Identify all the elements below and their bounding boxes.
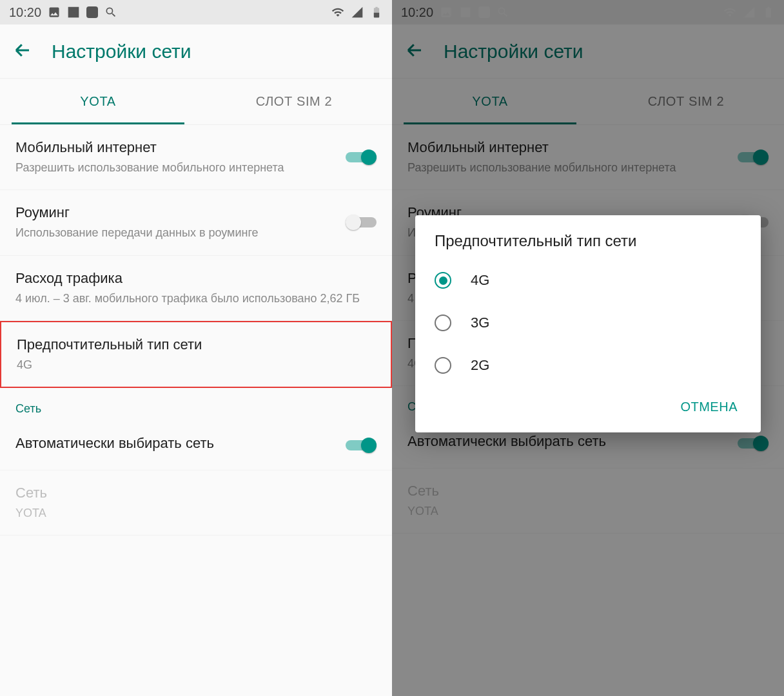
image-icon [48, 6, 61, 19]
tab-sim2[interactable]: СЛОТ SIM 2 [588, 79, 784, 124]
square-icon [478, 6, 490, 18]
sim-tabs: YOTA СЛОТ SIM 2 [392, 79, 784, 125]
status-bar: 10:20 [392, 0, 784, 24]
cancel-button[interactable]: ОТМЕНА [671, 393, 747, 421]
switch-auto-network[interactable] [738, 434, 769, 452]
signal-icon [743, 6, 756, 19]
item-mobile-data[interactable]: Мобильный интернет Разрешить использован… [0, 125, 392, 190]
page-title: Настройки сети [52, 41, 191, 63]
battery-icon [370, 6, 383, 19]
item-network-manual: Сеть YOTA [0, 470, 392, 536]
section-network: Сеть [0, 388, 392, 421]
signal-icon [351, 6, 364, 19]
radio-option-4g[interactable]: 4G [415, 259, 761, 302]
app-bar: Настройки сети [392, 24, 784, 79]
item-roaming[interactable]: Роуминг Использование передачи данных в … [0, 190, 392, 255]
image-icon [440, 6, 453, 19]
phone-right: 10:20 Настройки сети YOTA СЛОТ SIM 2 [392, 0, 784, 696]
tab-sim2[interactable]: СЛОТ SIM 2 [196, 79, 392, 124]
tab-yota[interactable]: YOTA [392, 79, 588, 124]
dialog-title: Предпочтительный тип сети [415, 232, 761, 259]
wifi-icon [723, 6, 736, 19]
item-preferred-network[interactable]: Предпочтительный тип сети 4G [0, 321, 392, 388]
back-icon[interactable] [13, 41, 32, 63]
wifi-icon [331, 6, 344, 19]
tab-yota[interactable]: YOTA [0, 79, 196, 124]
settings-list: Мобильный интернет Разрешить использован… [0, 125, 392, 536]
radio-option-3g[interactable]: 3G [415, 302, 761, 344]
status-time: 10:20 [9, 5, 41, 20]
image2-icon [67, 6, 80, 19]
item-auto-select-network[interactable]: Автоматически выбирать сеть [0, 421, 392, 470]
preferred-network-dialog: Предпочтительный тип сети 4G 3G 2G ОТМЕН… [415, 215, 761, 432]
status-bar: 10:20 [0, 0, 392, 24]
item-data-usage[interactable]: Расход трафика 4 июл. – 3 авг. мобильног… [0, 256, 392, 321]
battery-icon [762, 6, 775, 19]
switch-mobile-data[interactable] [738, 148, 769, 166]
radio-icon [435, 272, 451, 289]
switch-auto-network[interactable] [346, 436, 377, 454]
switch-mobile-data[interactable] [346, 148, 377, 166]
search-icon [104, 6, 117, 19]
switch-roaming[interactable] [346, 213, 377, 231]
status-time: 10:20 [401, 5, 433, 20]
radio-icon [435, 314, 451, 331]
back-icon[interactable] [405, 41, 424, 63]
item-network-manual: Сеть YOTA [392, 469, 784, 534]
item-mobile-data[interactable]: Мобильный интернет Разрешить использован… [392, 125, 784, 190]
radio-option-2g[interactable]: 2G [415, 344, 761, 387]
phone-left: 10:20 Настройки сети YOTA СЛОТ SIM 2 [0, 0, 392, 696]
app-bar: Настройки сети [0, 24, 392, 79]
square-icon [86, 6, 98, 18]
image2-icon [459, 6, 472, 19]
page-title: Настройки сети [444, 41, 583, 63]
radio-icon [435, 357, 451, 374]
search-icon [496, 6, 509, 19]
sim-tabs: YOTA СЛОТ SIM 2 [0, 79, 392, 125]
